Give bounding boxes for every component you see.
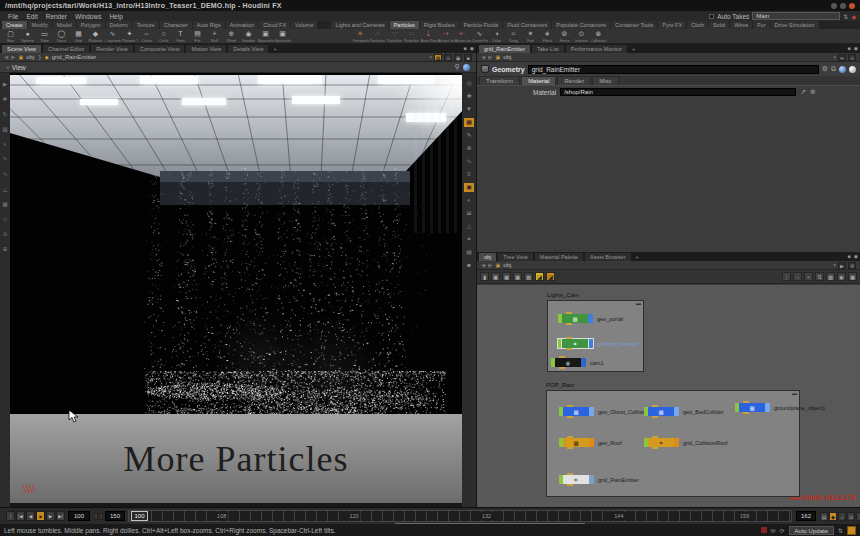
pane-menu-icon[interactable]: ■: [464, 45, 467, 51]
frame-all-icon[interactable]: ▣: [848, 272, 857, 281]
new-tab-icon[interactable]: +: [270, 45, 279, 53]
shelf-tab-solid[interactable]: Solid: [709, 21, 729, 29]
update-spinner-icon[interactable]: ⇅: [838, 527, 843, 534]
menu-help[interactable]: Help: [105, 13, 126, 20]
tab-scene-view[interactable]: Scene View: [2, 45, 41, 53]
shelf-tab-auto-rigs[interactable]: Auto Rigs: [193, 21, 225, 29]
shelf-tool-particles-fr[interactable]: ∷Particles fr...: [403, 29, 420, 43]
menu-file[interactable]: File: [4, 13, 22, 20]
orbit-icon[interactable]: ⊙: [3, 231, 8, 237]
badge-orange-icon[interactable]: ◪: [546, 272, 555, 281]
shelf-tab-modify[interactable]: Modify: [28, 21, 52, 29]
translate-icon[interactable]: ✚: [3, 96, 8, 102]
display-flag[interactable]: [581, 358, 586, 367]
viewport-3d-canvas[interactable]: [10, 73, 462, 414]
tab-material-palette[interactable]: Material Palette: [535, 253, 583, 261]
wireframe-icon[interactable]: ∿: [464, 157, 474, 166]
new-tab-icon[interactable]: +: [633, 253, 642, 261]
shelf-tab-fluid-containers[interactable]: Fluid Containers: [503, 21, 551, 29]
shelf-tool-particles-fr[interactable]: ∴Particles fr...: [369, 29, 386, 43]
audio-icon[interactable]: ♪: [838, 512, 846, 521]
menu-windows[interactable]: Windows: [71, 13, 105, 20]
param-tab-misc[interactable]: Misc: [592, 76, 618, 85]
shelf-tab-rigid-bodies[interactable]: Rigid Bodies: [420, 21, 459, 29]
shelf-tab-populate-containers[interactable]: Populate Containers: [552, 21, 610, 29]
frame-step-up-button[interactable]: [94, 513, 98, 520]
comment-icon[interactable]: [849, 66, 856, 73]
shelf-tool-sphere[interactable]: ●Sphere: [19, 29, 36, 43]
tab-channel-editor[interactable]: Channel Editor: [43, 45, 89, 53]
tab-details-view[interactable]: Details View: [228, 45, 268, 53]
param-tab-transform[interactable]: Transform: [479, 76, 520, 85]
back-icon[interactable]: ◀: [481, 54, 485, 60]
groundplane-object1-icon[interactable]: ▦: [739, 403, 765, 412]
texture-icon[interactable]: ▤: [464, 248, 474, 257]
display-flag[interactable]: [589, 438, 594, 447]
link-icon[interactable]: ▣: [454, 54, 462, 61]
mirror-icon[interactable]: ◇: [3, 216, 7, 222]
shelf-tab-volume[interactable]: Volume: [291, 21, 317, 29]
shelf-tool-spaceship[interactable]: ▣Spaceship: [274, 29, 291, 43]
path-dropdown-icon[interactable]: ▾: [833, 262, 836, 268]
display-flag[interactable]: [588, 339, 593, 348]
realtime-icon[interactable]: ◑: [856, 512, 860, 521]
param-tab-render[interactable]: Render: [557, 76, 591, 85]
keyframe-icon[interactable]: ◆: [829, 512, 837, 521]
cam1-icon[interactable]: ◉: [555, 358, 581, 367]
menu-edit[interactable]: Edit: [22, 13, 41, 20]
dots-icon[interactable]: ∙∙: [793, 272, 802, 281]
curve-icon[interactable]: ∿: [3, 171, 8, 177]
maximize-button[interactable]: [840, 3, 846, 9]
play-reverse-button[interactable]: ◀: [26, 511, 35, 521]
target-icon[interactable]: ⊕: [464, 144, 474, 153]
shelf-tab-container-tools[interactable]: Container Tools: [611, 21, 657, 29]
display-options-icon[interactable]: ▣: [464, 183, 474, 192]
current-frame-field[interactable]: 100: [68, 511, 90, 521]
shelf-tool-force[interactable]: ⊚Force: [556, 29, 573, 43]
timeline-ruler[interactable]: 100 108120132144156: [128, 510, 792, 522]
choose-operator-icon[interactable]: ⊕: [810, 88, 816, 96]
tab-tree-view[interactable]: Tree View: [498, 253, 532, 261]
gear-icon[interactable]: ⚙: [822, 65, 828, 73]
badge-yellow-icon[interactable]: ◪: [535, 272, 544, 281]
scale-icon[interactable]: ▧: [2, 126, 7, 132]
grid-rainemitter-icon[interactable]: ✳: [563, 475, 589, 484]
pane-split-icon[interactable]: ◉: [470, 45, 474, 51]
pane-list-icon[interactable]: ▮: [480, 272, 489, 281]
tab-grid-rainemitter[interactable]: grid_RainEmitter: [479, 45, 530, 53]
display-flag[interactable]: [674, 407, 679, 416]
display-flag[interactable]: [589, 475, 594, 484]
shelf-tool-gordon[interactable]: ◉Gordon: [240, 29, 257, 43]
open-material-icon[interactable]: ↗: [800, 88, 806, 96]
pose-icon[interactable]: ◐: [3, 141, 6, 147]
shelf-tool-flock[interactable]: ∗Flock: [539, 29, 556, 43]
forward-icon[interactable]: ▶: [488, 262, 492, 268]
prev-frame-button[interactable]: |◀: [16, 511, 25, 521]
take-selector[interactable]: Main: [752, 12, 840, 20]
points-icon[interactable]: ✶: [464, 235, 474, 244]
shelf-tab-cloth[interactable]: Cloth: [687, 21, 708, 29]
shelf-tab-model[interactable]: Model: [53, 21, 76, 29]
node-cam1[interactable]: ◉cam1: [551, 358, 603, 367]
stop-button[interactable]: ■: [36, 511, 45, 521]
shelf-tool-curve-force[interactable]: ∿Curve Force: [471, 29, 488, 43]
menu-render[interactable]: Render: [42, 13, 71, 20]
shelf-tool-interact[interactable]: ⊙Interact: [573, 29, 590, 43]
maximize-pane-icon[interactable]: ■: [464, 54, 472, 61]
shelf-tab-particles[interactable]: Particles: [390, 21, 419, 29]
pin-icon[interactable]: ⊙: [848, 54, 856, 61]
tab-composite-view[interactable]: Composite View: [135, 45, 185, 53]
shelf-tool-l-system[interactable]: ∿L-system: [104, 29, 121, 43]
shelf-tool-particles-fr[interactable]: ∵Particles fr...: [386, 29, 403, 43]
grid-toggle-icon[interactable]: ⊞: [464, 209, 474, 218]
play-cook-icon[interactable]: ▶: [838, 262, 846, 269]
tab-performance-monitor[interactable]: Performance Monitor: [566, 45, 627, 53]
shelf-tool-rivet[interactable]: ⊕Rivet: [223, 29, 240, 43]
grid-collisionroof-icon[interactable]: ✶: [648, 438, 674, 447]
take-record-icon[interactable]: ◆: [851, 13, 856, 20]
shelf-tab-animation[interactable]: Animation: [226, 21, 258, 29]
more-icon[interactable]: ⋮: [782, 272, 791, 281]
shelf-tab-pyro-fx[interactable]: Pyro FX: [658, 21, 686, 29]
breadcrumb-root[interactable]: obj: [503, 54, 511, 60]
shelf-tool-grid[interactable]: ▦Grid: [70, 29, 87, 43]
